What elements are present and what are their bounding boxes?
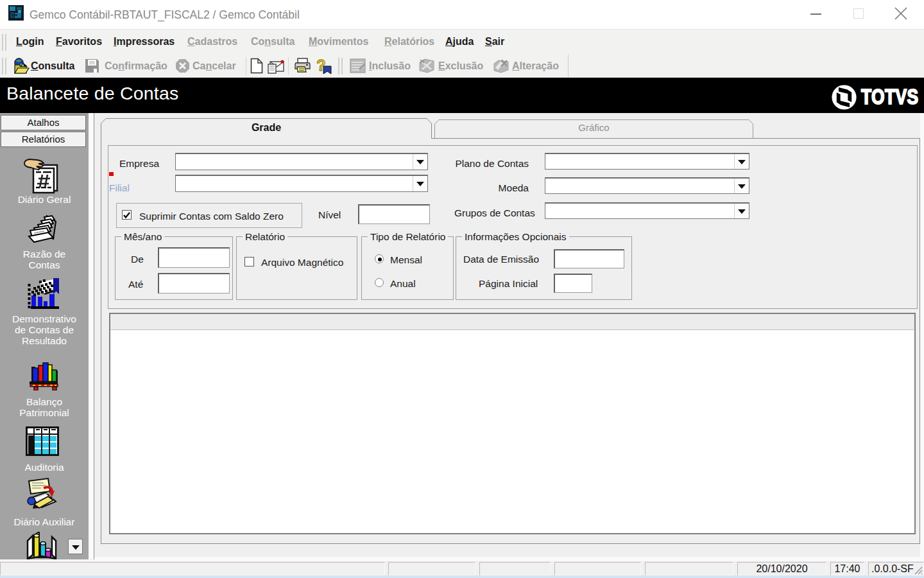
svg-text:?: ? <box>316 57 326 74</box>
